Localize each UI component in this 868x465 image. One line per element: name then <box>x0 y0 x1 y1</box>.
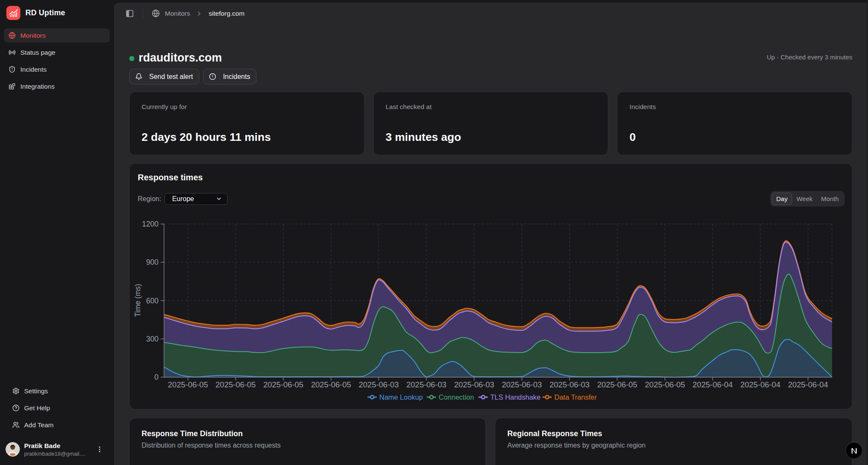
svg-text:Name Lookup: Name Lookup <box>379 393 423 401</box>
svg-text:2025-06-03: 2025-06-03 <box>549 380 590 389</box>
svg-text:TLS Handshake: TLS Handshake <box>490 393 540 401</box>
svg-text:300: 300 <box>146 335 159 343</box>
svg-text:Data Transfer: Data Transfer <box>554 393 597 401</box>
svg-text:2025-06-05: 2025-06-05 <box>597 380 637 389</box>
svg-text:2025-06-04: 2025-06-04 <box>693 380 733 389</box>
svg-text:2025-06-05: 2025-06-05 <box>263 380 303 389</box>
svg-text:Time (ms): Time (ms) <box>134 284 142 317</box>
svg-text:2025-06-05: 2025-06-05 <box>311 380 351 389</box>
svg-text:900: 900 <box>146 258 159 266</box>
svg-text:2025-06-03: 2025-06-03 <box>406 380 447 389</box>
svg-text:2025-06-05: 2025-06-05 <box>645 380 685 389</box>
svg-text:600: 600 <box>146 297 159 305</box>
svg-text:2025-06-04: 2025-06-04 <box>788 380 828 389</box>
svg-text:2025-06-03: 2025-06-03 <box>454 380 494 389</box>
svg-text:0: 0 <box>154 373 159 381</box>
svg-text:2025-06-04: 2025-06-04 <box>740 380 781 389</box>
svg-text:2025-06-03: 2025-06-03 <box>502 380 542 389</box>
svg-text:2025-06-05: 2025-06-05 <box>216 380 256 389</box>
svg-text:Connection: Connection <box>439 393 474 401</box>
svg-text:1200: 1200 <box>142 220 159 228</box>
svg-text:2025-06-03: 2025-06-03 <box>359 380 399 389</box>
svg-text:2025-06-05: 2025-06-05 <box>168 380 208 389</box>
